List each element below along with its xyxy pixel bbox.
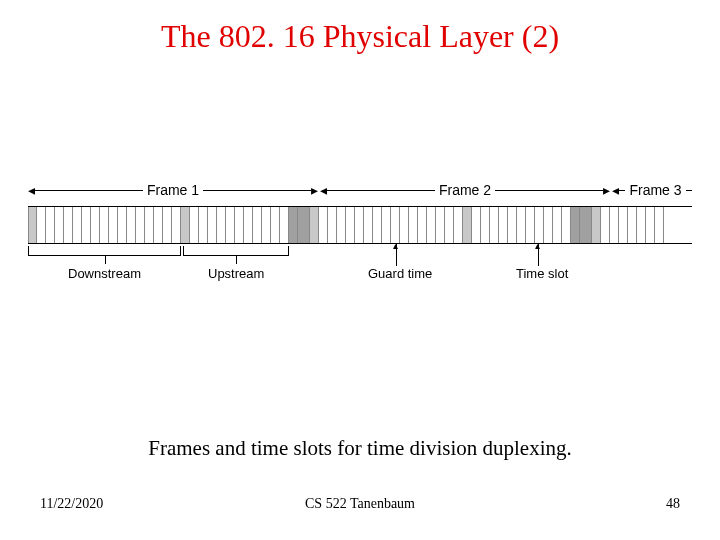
arrow-left-icon: ◂ bbox=[320, 183, 327, 197]
time-slot-label: Time slot bbox=[516, 266, 568, 281]
frame-3-label: ◂ Frame 3 bbox=[612, 182, 692, 198]
guard-time-pointer: ▴ bbox=[396, 244, 397, 266]
tdd-diagram: ◂ Frame 1 ▸ ◂ Frame 2 ▸ ◂ Frame 3 bbox=[28, 176, 692, 304]
frame-3-text: Frame 3 bbox=[625, 182, 685, 198]
footer-course: CS 522 Tanenbaum bbox=[305, 496, 415, 512]
frame-1-text: Frame 1 bbox=[143, 182, 203, 198]
slide-title: The 802. 16 Physical Layer (2) bbox=[0, 18, 720, 55]
frame-label-row: ◂ Frame 1 ▸ ◂ Frame 2 ▸ ◂ Frame 3 bbox=[28, 176, 692, 206]
frame-2-label: ◂ Frame 2 ▸ bbox=[320, 182, 610, 198]
arrow-left-icon: ◂ bbox=[612, 183, 619, 197]
frame-1-label: ◂ Frame 1 ▸ bbox=[28, 182, 318, 198]
arrow-left-icon: ◂ bbox=[28, 183, 35, 197]
annotation-row: Downstream Upstream ▴ Guard time ▴ Time … bbox=[28, 244, 692, 304]
slide-footer: 11/22/2020 CS 522 Tanenbaum 48 bbox=[40, 496, 680, 512]
time-slot-strip bbox=[28, 206, 692, 244]
arrow-right-icon: ▸ bbox=[603, 183, 610, 197]
upstream-label: Upstream bbox=[208, 266, 264, 281]
guard-time-label: Guard time bbox=[368, 266, 432, 281]
arrow-right-icon: ▸ bbox=[311, 183, 318, 197]
downstream-brace bbox=[28, 246, 181, 256]
downstream-label: Downstream bbox=[68, 266, 141, 281]
figure-caption: Frames and time slots for time division … bbox=[0, 436, 720, 461]
time-slot-pointer: ▴ bbox=[538, 244, 539, 266]
frame-2-text: Frame 2 bbox=[435, 182, 495, 198]
upstream-brace bbox=[183, 246, 289, 256]
footer-page-number: 48 bbox=[666, 496, 680, 512]
footer-date: 11/22/2020 bbox=[40, 496, 103, 512]
